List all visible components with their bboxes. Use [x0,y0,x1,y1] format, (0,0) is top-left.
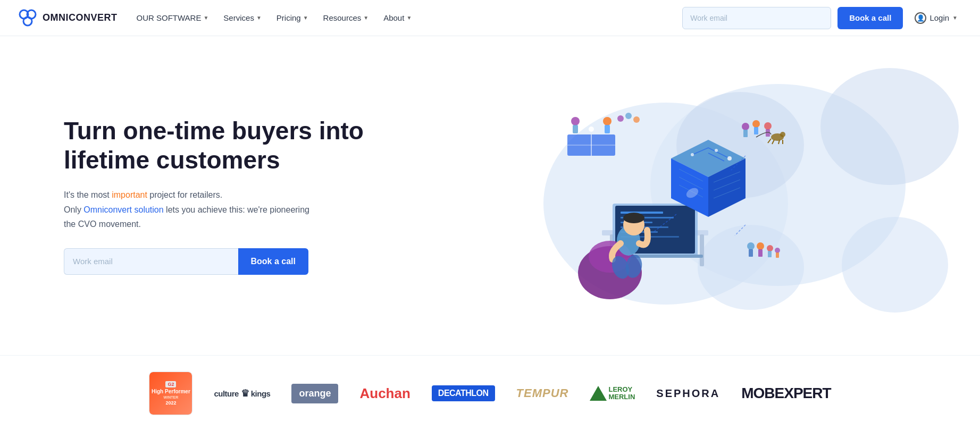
brand-logo[interactable]: OMNICONVERT [17,7,118,29]
auchan-logo: Auchan [359,385,410,402]
svg-point-73 [775,248,780,253]
svg-point-54 [633,116,640,123]
hero-description: It's the most important project for reta… [64,188,319,231]
chevron-down-icon: ▼ [303,15,308,21]
svg-rect-11 [621,212,663,214]
svg-rect-51 [605,125,610,133]
nav-links: OUR SOFTWARE ▼ Services ▼ Pricing ▼ Reso… [130,9,683,27]
svg-point-59 [764,122,772,130]
logo-svg [17,7,38,29]
brand-name: OMNICONVERT [43,12,118,23]
nav-book-call-button[interactable]: Book a call [837,7,903,29]
svg-point-30 [691,153,694,156]
svg-point-31 [715,149,718,152]
nav-right: Book a call 👤 Login ▼ [682,7,963,29]
blob-3 [842,217,948,313]
svg-point-50 [603,117,612,125]
chevron-down-icon: ▼ [363,15,368,21]
leroy-merlin-logo: LEROYMERLIN [590,386,635,401]
user-icon: 👤 [915,12,926,24]
svg-point-69 [757,242,764,250]
sephora-logo: SEPHORA [656,387,720,400]
highlight-omniconvert: Omniconvert solution [83,205,163,214]
svg-point-5 [698,225,804,310]
nav-email-input[interactable] [682,7,831,29]
svg-point-2 [23,17,32,26]
svg-point-55 [742,123,749,130]
hero-title: Turn one-time buyers into lifetime custo… [64,116,372,175]
chevron-down-icon: ▼ [952,15,958,21]
hero-form: Book a call [64,248,308,275]
chevron-down-icon: ▼ [406,15,412,21]
svg-point-53 [625,113,632,119]
blob-2 [820,68,959,185]
g2-badge: G2 High Performer WINTER 2022 [149,372,192,415]
svg-rect-68 [749,249,753,257]
nav-services[interactable]: Services ▼ [217,9,267,27]
hero-section: Turn one-time buyers into lifetime custo… [0,36,980,355]
navbar: OMNICONVERT OUR SOFTWARE ▼ Services ▼ Pr… [0,0,980,36]
hero-svg-illustration [506,76,804,315]
logos-strip: G2 High Performer WINTER 2022 culture ♛ … [0,355,980,430]
svg-point-29 [727,156,732,161]
nav-software[interactable]: OUR SOFTWARE ▼ [130,9,215,27]
chevron-down-icon: ▼ [256,15,262,21]
tempur-logo: TEMPUR [516,386,569,400]
mobexpert-logo: MOBEXPERT [741,385,831,402]
svg-rect-70 [758,249,763,257]
hero-left: Turn one-time buyers into lifetime custo… [64,116,372,275]
hero-email-input[interactable] [64,248,238,275]
svg-point-52 [617,115,624,122]
svg-point-47 [589,127,594,132]
svg-rect-72 [768,251,772,257]
hero-illustration [372,68,937,323]
nav-pricing[interactable]: Pricing ▼ [270,9,315,27]
chevron-down-icon: ▼ [203,15,208,21]
svg-rect-74 [776,252,779,258]
svg-point-67 [747,242,755,250]
culture-kings-logo: culture ♛ kings [214,387,270,399]
nav-resources[interactable]: Resources ▼ [317,9,375,27]
svg-point-57 [752,120,760,128]
hero-book-call-button[interactable]: Book a call [238,248,308,275]
svg-point-62 [780,132,785,137]
svg-point-22 [623,213,644,223]
svg-rect-56 [743,130,748,137]
login-button[interactable]: 👤 Login ▼ [909,8,963,28]
nav-about[interactable]: About ▼ [377,9,418,27]
svg-rect-49 [573,125,578,133]
svg-point-71 [767,245,773,251]
decathlon-logo: DECATHLON [432,385,495,401]
orange-logo: orange [291,384,338,403]
svg-point-48 [571,117,580,125]
highlight-important: important [112,190,147,199]
svg-rect-8 [700,234,704,266]
svg-rect-58 [754,127,758,134]
